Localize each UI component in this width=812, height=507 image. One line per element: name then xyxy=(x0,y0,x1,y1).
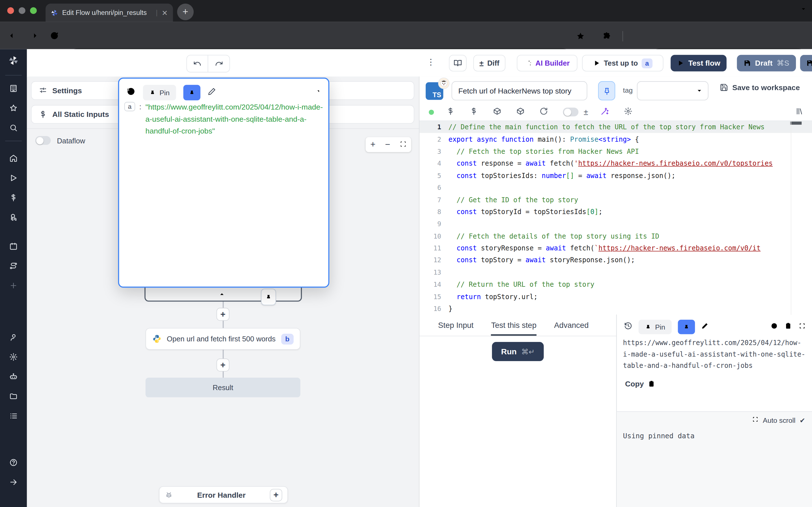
code-line[interactable]: 5 const topStoriesIds: number[] = await … xyxy=(419,170,812,182)
sidebar-item-schedules[interactable] xyxy=(0,236,27,256)
resources-icon[interactable] xyxy=(493,107,501,117)
editor-scrollbar[interactable] xyxy=(790,122,802,125)
run-button[interactable]: Run ⌘↵ xyxy=(492,342,544,361)
expand-icon[interactable] xyxy=(799,322,806,332)
test-flow-button[interactable]: Test flow xyxy=(671,55,726,71)
edit-pencil-icon[interactable] xyxy=(701,322,708,332)
code-line[interactable]: 14 // Return the URL of the top story xyxy=(419,278,812,290)
code-line[interactable]: 13 xyxy=(419,266,812,278)
code-line[interactable]: 7 // Get the ID of the top story xyxy=(419,194,812,206)
tab-step-input[interactable]: Step Input xyxy=(438,321,474,336)
tab-advanced[interactable]: Advanced xyxy=(554,321,589,336)
info-icon[interactable] xyxy=(770,322,778,332)
fit-view-icon[interactable] xyxy=(400,140,407,149)
diff-button[interactable]: ±Diff xyxy=(473,55,506,71)
sidebar-item-help[interactable] xyxy=(0,453,27,472)
zoom-out-icon[interactable]: − xyxy=(385,139,390,150)
tag-select[interactable] xyxy=(637,81,708,100)
code-line[interactable]: 10 // Fetch the details of the top story… xyxy=(419,230,812,242)
script-library-icon[interactable] xyxy=(795,107,804,117)
sidebar-item-search[interactable] xyxy=(0,118,27,138)
pin-tab[interactable]: Pin xyxy=(639,320,672,334)
deploy-button[interactable]: Deploy xyxy=(800,55,812,71)
contextual-variables-icon[interactable] xyxy=(470,107,478,117)
resource-types-icon[interactable] xyxy=(516,107,524,117)
zoom-in-icon[interactable]: + xyxy=(370,139,375,150)
sidebar-item-folders[interactable] xyxy=(0,386,27,406)
extensions-icon[interactable] xyxy=(602,32,612,43)
copy-button[interactable]: Copy xyxy=(625,380,655,388)
code-line[interactable]: 8 const topStoryId = topStoriesIds[0]; xyxy=(419,206,812,218)
code-line[interactable]: 1// Define the main function to fetch th… xyxy=(419,121,812,133)
pinned-active-toggle[interactable] xyxy=(183,85,200,100)
code-line[interactable]: 11 const storyResponse = await fetch(`ht… xyxy=(419,242,812,254)
resize-handle-icon[interactable] xyxy=(320,276,327,286)
collapse-chevron-icon[interactable] xyxy=(218,290,225,299)
step-name-input[interactable] xyxy=(452,81,587,100)
tab-close-icon[interactable]: ✕ xyxy=(162,8,168,17)
ai-builder-button[interactable]: AI Builder xyxy=(517,55,577,71)
variables-icon[interactable] xyxy=(446,107,455,117)
redo-button[interactable] xyxy=(208,55,229,72)
toolbar-more-menu-icon[interactable]: ⋮ xyxy=(426,57,435,67)
expand-logs-icon[interactable] xyxy=(752,416,759,424)
sidebar-item-resources[interactable] xyxy=(0,208,27,227)
window-close-button[interactable] xyxy=(7,7,14,14)
add-error-handler-button[interactable]: + xyxy=(270,489,282,501)
new-tab-button[interactable]: + xyxy=(177,4,194,20)
clipboard-icon[interactable] xyxy=(784,322,792,332)
code-line[interactable]: 12 const topStory = await storyResponse.… xyxy=(419,254,812,266)
sidebar-item-create[interactable] xyxy=(0,276,27,295)
sidebar-collapse-icon[interactable] xyxy=(0,472,27,492)
bookmark-star-icon[interactable] xyxy=(576,32,585,43)
forward-icon[interactable] xyxy=(29,31,38,42)
insert-step-button[interactable]: + xyxy=(216,308,230,321)
sidebar-item-workers[interactable] xyxy=(0,367,27,386)
error-handler-node[interactable]: Error Handler + xyxy=(159,487,288,504)
history-icon[interactable] xyxy=(126,87,136,98)
browser-tab[interactable]: Edit Flow u/henri/pin_results | ✕ xyxy=(46,4,173,22)
auto-scroll-check[interactable]: ✔ xyxy=(800,416,805,424)
sidebar-item-flows[interactable] xyxy=(0,256,27,276)
sidebar-item-settings[interactable] xyxy=(0,347,27,367)
expand-popup-icon[interactable] xyxy=(314,88,321,97)
windmill-logo[interactable] xyxy=(0,49,27,72)
test-up-to-button[interactable]: Test up to a xyxy=(582,55,663,71)
code-line[interactable]: 6 xyxy=(419,182,812,194)
code-line[interactable]: 2export async function main(): Promise<s… xyxy=(419,133,812,145)
code-line[interactable]: 15 return topStory.url; xyxy=(419,290,812,302)
ai-gen-icon[interactable] xyxy=(601,107,609,117)
sidebar-item-logs[interactable] xyxy=(0,406,27,426)
node-pin-badge[interactable] xyxy=(261,289,276,305)
sidebar-item-favorites[interactable] xyxy=(0,98,27,118)
insert-step-button[interactable]: + xyxy=(216,358,230,372)
draft-button[interactable]: Draft ⌘S xyxy=(737,55,796,71)
reset-code-icon[interactable] xyxy=(540,107,548,117)
code-editor[interactable]: 1// Define the main function to fetch th… xyxy=(419,121,812,315)
dataflow-toggle[interactable] xyxy=(35,136,51,145)
pin-tab[interactable]: Pin xyxy=(143,85,176,100)
window-minimize-button[interactable] xyxy=(18,7,26,14)
step-pin-button[interactable] xyxy=(598,81,615,100)
tab-test-this-step[interactable]: Test this step xyxy=(491,321,537,336)
flow-result-node[interactable]: Result xyxy=(146,378,300,397)
sidebar-item-runs[interactable] xyxy=(0,168,27,188)
undo-button[interactable] xyxy=(187,55,208,72)
diff-mode-toggle[interactable] xyxy=(563,108,578,116)
code-line[interactable]: 4 const response = await fetch('https://… xyxy=(419,158,812,170)
history-icon[interactable] xyxy=(624,322,632,332)
editor-settings-gear-icon[interactable] xyxy=(624,107,632,117)
tab-search-chevron-icon[interactable] xyxy=(800,5,807,14)
save-to-workspace-button[interactable]: Save to workspace xyxy=(720,83,800,92)
reload-icon[interactable] xyxy=(50,31,59,42)
docs-button[interactable] xyxy=(449,55,466,71)
pinned-active-toggle[interactable] xyxy=(677,320,695,334)
code-line[interactable]: 9 xyxy=(419,218,812,230)
sidebar-item-user[interactable] xyxy=(0,328,27,347)
code-line[interactable]: 16} xyxy=(419,302,812,315)
flow-step-node-b[interactable]: Open url and fetch first 500 words of ..… xyxy=(146,328,300,349)
sidebar-item-home[interactable] xyxy=(0,149,27,168)
code-line[interactable]: 3 // Fetch the top stories from Hacker N… xyxy=(419,145,812,158)
window-zoom-button[interactable] xyxy=(30,7,37,14)
back-icon[interactable] xyxy=(8,31,17,42)
